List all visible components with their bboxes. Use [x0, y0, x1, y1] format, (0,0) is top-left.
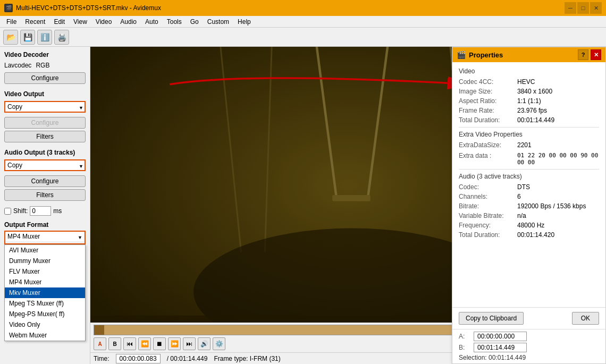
menu-help[interactable]: Help: [233, 17, 255, 27]
menu-audio[interactable]: Audio: [116, 17, 141, 27]
window-title: Multi-HEVC+DTS+DTS+DTS+SRT.mkv - Avidemu…: [16, 4, 161, 12]
dropdown-item-mpegps[interactable]: Mpeg-PS Muxer( ff): [5, 309, 85, 319]
video-decoder-configure-button[interactable]: Configure: [4, 72, 86, 84]
prop-extradata-label: Extra data :: [459, 152, 517, 166]
prop-codec-label: Codec 4CC:: [459, 78, 517, 86]
shift-checkbox[interactable]: [4, 208, 11, 215]
prop-vbr-value: n/a: [517, 212, 526, 219]
menu-view[interactable]: View: [69, 17, 91, 27]
frame-type-display: Frame type: I-FRM (31): [214, 355, 280, 362]
prop-audio-codec-value: DTS: [517, 183, 530, 191]
video-section-title: Video: [459, 67, 599, 75]
minimize-button[interactable]: ─: [565, 2, 576, 14]
menu-video[interactable]: Video: [91, 17, 116, 27]
decoder-row: Lavcodec RGB: [4, 62, 86, 69]
divider-1: [459, 127, 599, 128]
prop-duration: Total Duration: 00:01:14.449: [459, 116, 599, 124]
maximize-button[interactable]: □: [577, 2, 589, 14]
audio-output-select-wrapper: Copy: [4, 159, 86, 173]
pts-b-row: B: 00:01:14.449: [459, 343, 599, 352]
audio-output-select[interactable]: Copy: [4, 159, 86, 171]
mark-b-button[interactable]: B: [108, 337, 121, 350]
play-button[interactable]: ⏹: [153, 337, 166, 350]
settings-button[interactable]: ⚙️: [213, 337, 225, 350]
video-output-filters-button[interactable]: Filters: [4, 131, 86, 142]
open-button[interactable]: 📂: [3, 30, 18, 45]
menu-edit[interactable]: Edit: [49, 17, 69, 27]
volume-button[interactable]: 🔊: [198, 337, 211, 350]
prev-frame-button[interactable]: ⏪: [138, 337, 151, 350]
shift-input[interactable]: [30, 206, 51, 216]
save-button[interactable]: 💾: [20, 30, 35, 45]
prop-extradatasize-value: 2201: [517, 141, 532, 149]
menu-go[interactable]: Go: [186, 17, 203, 27]
output-format-select[interactable]: MP4 Muxer: [5, 232, 84, 241]
video-output-configure-button[interactable]: Configure: [4, 117, 86, 129]
time-display: 00:00:00.083: [116, 354, 161, 363]
info-button[interactable]: ℹ️: [37, 30, 52, 45]
prop-vbr-label: Variable Bitrate:: [459, 212, 517, 219]
copy-clipboard-button[interactable]: Copy to Clipboard: [459, 312, 524, 325]
menu-recent[interactable]: Recent: [21, 17, 49, 27]
dropdown-item-webm[interactable]: Webm Muxer: [5, 330, 85, 341]
pts-a-value: 00:00:00.000: [474, 332, 527, 341]
audio-output-configure-button[interactable]: Configure: [4, 175, 86, 187]
pts-a-label: A:: [459, 333, 469, 340]
print-button[interactable]: 🖨️: [54, 30, 69, 45]
go-start-button[interactable]: ⏮: [123, 337, 136, 350]
dropdown-item-flv[interactable]: FLV Muxer: [5, 266, 85, 277]
prop-aspect: Aspect Ratio: 1:1 (1:1): [459, 97, 599, 105]
audio-output-filters-button[interactable]: Filters: [4, 189, 86, 201]
app-icon: 🎬: [4, 4, 13, 12]
pts-section: A: 00:00:00.000 B: 00:01:14.449 Selectio…: [452, 329, 605, 363]
dropdown-item-avi[interactable]: AVI Muxer: [5, 245, 85, 256]
ok-button[interactable]: OK: [572, 312, 599, 325]
shift-unit: ms: [53, 207, 62, 215]
shift-label: Shift:: [13, 207, 28, 215]
props-content: Video Codec 4CC: HEVC Image Size: 3840 x…: [452, 62, 605, 307]
props-close-button[interactable]: ✕: [591, 49, 601, 60]
titlebar: 🎬 Multi-HEVC+DTS+DTS+DTS+SRT.mkv - Avide…: [0, 0, 606, 16]
prop-vbr: Variable Bitrate: n/a: [459, 212, 599, 219]
main-layout: Video Decoder Lavcodec RGB Configure Vid…: [0, 47, 606, 364]
props-title: Properties: [469, 51, 503, 59]
dropdown-item-mpegts[interactable]: Mpeg TS Muxer (ff): [5, 298, 85, 309]
prop-framerate-label: Frame Rate:: [459, 107, 517, 114]
prop-extradatasize: ExtraDataSize: 2201: [459, 141, 599, 149]
shift-checkbox-row: Shift: ms: [4, 206, 86, 216]
menu-tools[interactable]: Tools: [163, 17, 186, 27]
menubar: File Recent Edit View Video Audio Auto T…: [0, 16, 606, 28]
prop-extradata: Extra data : 01 22 20 00 00 00 90 00 00 …: [459, 152, 599, 166]
colorspace-label: RGB: [36, 62, 49, 69]
go-end-button[interactable]: ⏭: [183, 337, 196, 350]
next-frame-button[interactable]: ⏩: [168, 337, 181, 350]
video-area: A B ⏮ ⏪ ⏹ ⏩ ⏭ 🔊 ⚙️ Time: 00:00:00.083 / …: [90, 47, 606, 364]
prop-frequency: Frequency: 48000 Hz: [459, 222, 599, 229]
audio-section-title: Audio (3 active tracks): [459, 173, 599, 180]
close-button[interactable]: ✕: [590, 2, 602, 14]
duration-display: / 00:01:14.449: [167, 355, 208, 362]
prop-extradata-value: 01 22 20 00 00 00 90 00 00 00: [517, 152, 599, 166]
dropdown-item-videoonly[interactable]: Video Only: [5, 319, 85, 330]
dropdown-item-mkv[interactable]: Mkv Muxer: [5, 287, 85, 298]
menu-file[interactable]: File: [2, 17, 21, 27]
menu-auto[interactable]: Auto: [141, 17, 163, 27]
prop-frequency-value: 48000 Hz: [517, 222, 544, 229]
mark-a-button[interactable]: A: [94, 337, 106, 350]
prop-imagesize: Image Size: 3840 x 1600: [459, 88, 599, 95]
prop-audio-duration: Total Duration: 00:01:14.420: [459, 231, 599, 239]
pts-a-row: A: 00:00:00.000: [459, 332, 599, 341]
audio-output-title: Audio Output (3 tracks): [4, 149, 86, 156]
prop-framerate: Frame Rate: 23.976 fps: [459, 107, 599, 114]
prop-bitrate-label: Bitrate:: [459, 202, 517, 210]
video-decoder-title: Video Decoder: [4, 51, 86, 58]
prop-imagesize-value: 3840 x 1600: [517, 88, 552, 95]
dropdown-item-dummy[interactable]: Dummy Muxer: [5, 256, 85, 266]
prop-audio-duration-value: 00:01:14.420: [517, 231, 554, 239]
divider-2: [459, 169, 599, 170]
props-help-button[interactable]: ?: [578, 49, 588, 60]
menu-custom[interactable]: Custom: [203, 17, 233, 27]
dropdown-item-mp4[interactable]: MP4 Muxer: [5, 277, 85, 287]
video-output-select[interactable]: Copy: [4, 101, 86, 113]
prop-codec-value: HEVC: [517, 78, 535, 86]
